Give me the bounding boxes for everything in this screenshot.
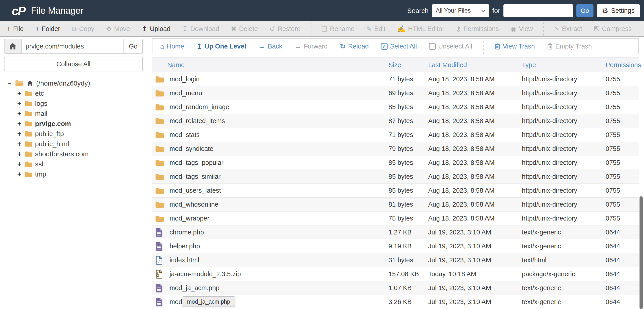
- checkbox-empty-icon: [429, 43, 436, 50]
- tree-item-ssl[interactable]: +ssl: [16, 159, 90, 169]
- collapse-all-button[interactable]: Collapse All: [4, 56, 143, 72]
- tree-item-etc[interactable]: +etc: [16, 88, 90, 98]
- nav-button-unselect-all[interactable]: Unselect All: [429, 43, 472, 50]
- table-row[interactable]: chrome.php1.27 KBJul 19, 2023, 3:10 AMte…: [152, 226, 639, 240]
- expand-plus-icon[interactable]: +: [16, 100, 22, 108]
- plus-icon: +: [7, 26, 11, 32]
- file-type: httpd/unix-directory: [519, 215, 602, 222]
- vertical-scrollbar[interactable]: [640, 196, 643, 309]
- file-name[interactable]: mod_stats: [170, 131, 200, 138]
- file-name[interactable]: index.html: [170, 256, 199, 264]
- home-path-button[interactable]: [4, 39, 22, 54]
- file-last-modified: Jul 19, 2023, 3:10 AM: [428, 256, 519, 264]
- file-name[interactable]: mod_menu: [170, 90, 202, 97]
- nav-button-label: Reload: [348, 43, 369, 50]
- file-name[interactable]: chrome.php: [170, 228, 204, 236]
- tree-item-public-html[interactable]: +public_html: [16, 139, 90, 149]
- path-input[interactable]: [22, 39, 124, 54]
- expand-plus-icon[interactable]: +: [16, 90, 22, 98]
- nav-button-home[interactable]: ⌂Home: [160, 43, 184, 50]
- tree-root[interactable]: − (/home/dnz60ydy): [6, 78, 90, 88]
- file-name[interactable]: mod_tags_popular: [170, 159, 224, 166]
- table-row[interactable]: mod_menu69 bytesAug 18, 2023, 8:58 AMhtt…: [152, 86, 639, 100]
- file-type: text/x-generic: [519, 284, 602, 292]
- tree-item-mail[interactable]: +mail: [16, 108, 90, 118]
- expand-plus-icon[interactable]: +: [16, 160, 22, 168]
- toolbar-button-move: ✥Move: [106, 25, 130, 32]
- file-type: package/x-generic: [519, 270, 602, 278]
- tree-item-logs[interactable]: +logs: [16, 98, 90, 108]
- column-header-type[interactable]: Type: [519, 61, 602, 69]
- folder-icon: [155, 187, 164, 194]
- file-name[interactable]: mod_tags_similar: [170, 173, 220, 180]
- expand-plus-icon[interactable]: +: [16, 120, 22, 128]
- nav-button-up-one-level[interactable]: ↥Up One Level: [196, 43, 246, 50]
- table-row[interactable]: mod_stats71 bytesAug 18, 2023, 8:58 AMht…: [152, 128, 639, 142]
- editor-icon: ✍: [397, 26, 406, 32]
- expand-plus-icon[interactable]: +: [16, 170, 22, 178]
- expand-plus-icon[interactable]: +: [16, 150, 22, 158]
- table-row[interactable]: </>index.html31 bytesJul 19, 2023, 3:10 …: [152, 253, 639, 267]
- toolbar-button-label: HTML Editor: [408, 25, 444, 32]
- toolbar-button-label: Compress: [602, 25, 632, 32]
- folder-icon: [155, 145, 164, 152]
- file-last-modified: Aug 18, 2023, 8:58 AM: [428, 117, 519, 125]
- expand-plus-icon[interactable]: +: [16, 130, 22, 138]
- expand-plus-icon[interactable]: +: [16, 110, 22, 118]
- settings-button[interactable]: ⚙ Settings: [596, 4, 640, 17]
- toolbar-button-upload[interactable]: ↥Upload: [142, 25, 170, 32]
- table-row[interactable]: mod_wrapper75 bytesAug 18, 2023, 8:58 AM…: [152, 212, 639, 226]
- column-header-size[interactable]: Size: [384, 61, 428, 69]
- table-row[interactable]: mod_ja_acm.php1.07 KBJul 19, 2023, 3:10 …: [152, 281, 639, 295]
- file-name[interactable]: mod_users_latest: [170, 187, 221, 194]
- tree-item-shootforstars-com[interactable]: +shootforstars.com: [16, 149, 90, 159]
- folder-icon: [25, 141, 32, 147]
- nav-button-back[interactable]: ←Back: [258, 43, 282, 50]
- toolbar-button-file[interactable]: +File: [7, 25, 24, 32]
- table-row[interactable]: mod_tags_popular85 bytesAug 18, 2023, 8:…: [152, 156, 639, 170]
- file-name[interactable]: mod_login: [170, 76, 200, 83]
- column-header-permissions[interactable]: Permissions: [602, 61, 639, 69]
- table-row[interactable]: mod_syndicate79 bytesAug 18, 2023, 8:58 …: [152, 142, 639, 156]
- nav-button-empty-trash[interactable]: Empty Trash: [547, 43, 592, 50]
- file-name[interactable]: mod_syndicate: [170, 145, 213, 152]
- tree-item-tmp[interactable]: +tmp: [16, 169, 90, 179]
- nav-button-forward[interactable]: →Forward: [294, 43, 328, 50]
- file-size: 1.27 KB: [384, 228, 428, 236]
- nav-button-view-trash[interactable]: View Trash: [494, 43, 535, 50]
- file-name[interactable]: ja-acm-module_2.3.5.zip: [170, 270, 241, 278]
- search-scope-select[interactable]: All Your Files: [432, 4, 489, 17]
- table-row[interactable]: helper.php9.19 KBJul 19, 2023, 3:10 AMte…: [152, 240, 639, 253]
- column-header-last-modified[interactable]: Last Modified: [428, 61, 519, 69]
- table-row[interactable]: mod_related_items87 bytesAug 18, 2023, 8…: [152, 114, 639, 128]
- file-name[interactable]: mod_random_image: [170, 103, 229, 111]
- nav-button-reload[interactable]: ↻Reload: [340, 43, 369, 50]
- file-name[interactable]: mod_related_items: [170, 117, 225, 125]
- toolbar-button-folder[interactable]: +Folder: [35, 25, 60, 32]
- tree-item-public-ftp[interactable]: +public_ftp: [16, 129, 90, 139]
- tree-item-prvlge-com[interactable]: +prvlge.com: [16, 118, 90, 129]
- file-size: 157.08 KB: [384, 270, 428, 278]
- table-row[interactable]: mod_whosonline81 bytesAug 18, 2023, 8:58…: [152, 198, 639, 212]
- toolbar-button-restore: ↺Restore: [270, 25, 300, 32]
- nav-button-select-all[interactable]: ✓Select All: [381, 43, 417, 50]
- expand-plus-icon[interactable]: +: [16, 140, 22, 148]
- file-last-modified: Today, 10:18 AM: [428, 270, 519, 278]
- search-go-button[interactable]: Go: [576, 4, 594, 17]
- search-input[interactable]: [504, 4, 573, 17]
- file-name[interactable]: helper.php: [170, 242, 200, 250]
- table-row[interactable]: ja-acm-module_2.3.5.zip157.08 KBToday, 1…: [152, 267, 639, 281]
- table-row[interactable]: mod_users_latest85 bytesAug 18, 2023, 8:…: [152, 184, 639, 198]
- collapse-expander-icon[interactable]: −: [6, 79, 12, 87]
- path-go-button[interactable]: Go: [124, 39, 142, 54]
- file-name[interactable]: mod_whosonline: [170, 201, 218, 208]
- toolbar-button-label: View: [519, 25, 533, 32]
- file-name[interactable]: mod_wrapper: [170, 215, 209, 222]
- file-type: httpd/unix-directory: [519, 131, 602, 138]
- open-folder-icon: [15, 80, 24, 87]
- table-row[interactable]: mod_tags_similar85 bytesAug 18, 2023, 8:…: [152, 170, 639, 184]
- table-row[interactable]: mod_login71 bytesAug 18, 2023, 8:58 AMht…: [152, 72, 639, 86]
- file-name[interactable]: mod_ja_acm.php: [170, 284, 220, 292]
- table-row[interactable]: mod_random_image85 bytesAug 18, 2023, 8:…: [152, 100, 639, 114]
- column-header-name[interactable]: Name: [152, 61, 384, 69]
